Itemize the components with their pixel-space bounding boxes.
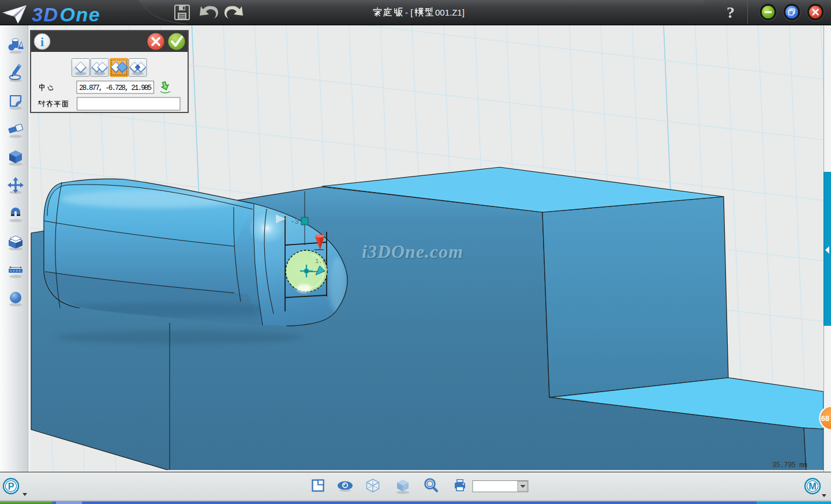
svg-text:M: M <box>808 482 816 491</box>
svg-text:-3: -3 <box>291 218 299 226</box>
svg-text:3DOne: 3DOne <box>32 3 100 25</box>
svg-text:- [: - [ <box>405 7 413 17</box>
svg-text:1.9: 1.9 <box>315 258 327 265</box>
svg-text:P: P <box>8 482 14 491</box>
svg-text:i: i <box>40 35 44 49</box>
svg-text:i3DOne.com: i3DOne.com <box>362 241 463 262</box>
svg-text:001.Z1]: 001.Z1] <box>435 7 465 17</box>
svg-text:28.877, -6.728, 21.985: 28.877, -6.728, 21.985 <box>79 84 152 92</box>
svg-text:35.795 mm: 35.795 mm <box>772 461 807 469</box>
svg-text:68: 68 <box>821 414 829 423</box>
svg-text:?: ? <box>727 3 735 21</box>
